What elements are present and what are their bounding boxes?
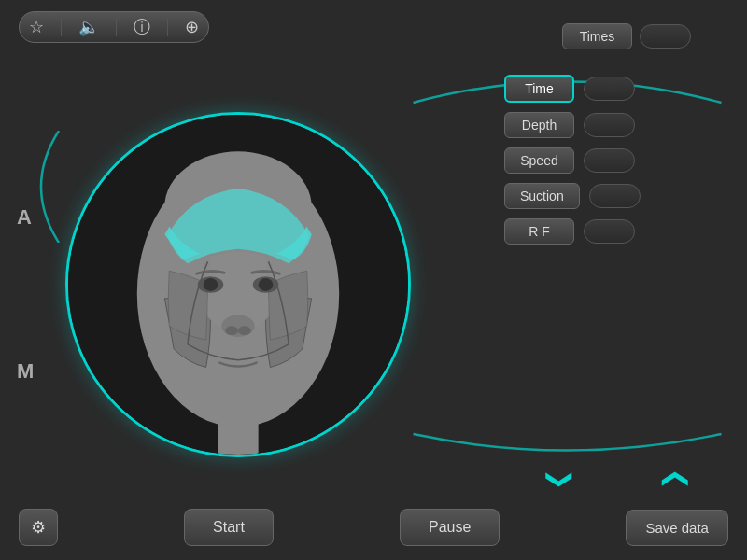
svg-point-5 (238, 326, 251, 335)
chevron-down-button[interactable]: ❯ (545, 469, 576, 490)
depth-button[interactable]: Depth (504, 112, 574, 138)
bottom-bar: ⚙ Start Pause Save data (0, 509, 747, 546)
param-row-depth: Depth (504, 112, 728, 138)
face-area (56, 75, 420, 495)
svg-point-3 (221, 315, 254, 337)
rf-slider[interactable] (584, 219, 635, 244)
save-data-button[interactable]: Save data (626, 510, 728, 546)
svg-point-7 (204, 278, 218, 291)
suction-button[interactable]: Suction (504, 183, 580, 209)
start-button[interactable]: Start (184, 509, 274, 546)
suction-slider[interactable] (589, 184, 641, 208)
svg-point-9 (259, 278, 274, 291)
add-icon[interactable]: ⊕ (185, 17, 199, 37)
toolbar-pill: ☆ 🔈 ⓘ ⊕ (19, 11, 209, 43)
times-button[interactable]: Times (562, 23, 632, 49)
gear-button[interactable]: ⚙ (19, 509, 58, 546)
times-slider[interactable] (640, 24, 691, 49)
pause-button[interactable]: Pause (400, 509, 500, 546)
chevron-up-button[interactable]: ❯ (657, 469, 688, 490)
divider2 (116, 18, 117, 36)
face-circle[interactable] (65, 112, 411, 457)
chevron-row: ❯ ❯ (504, 464, 728, 495)
right-panel: Time Depth Speed Suction R F (504, 75, 728, 245)
time-button[interactable]: Time (504, 75, 574, 103)
speed-button[interactable]: Speed (504, 147, 574, 174)
svg-rect-10 (218, 418, 258, 455)
label-a: A (17, 205, 32, 230)
volume-icon[interactable]: 🔈 (78, 17, 99, 37)
rf-button[interactable]: R F (504, 218, 574, 245)
speed-slider[interactable] (584, 148, 635, 173)
divider3 (167, 18, 168, 36)
top-toolbar: ☆ 🔈 ⓘ ⊕ (19, 11, 209, 43)
depth-slider[interactable] (584, 113, 635, 137)
svg-point-4 (225, 326, 238, 335)
label-m: M (17, 359, 34, 384)
time-slider[interactable] (584, 77, 635, 101)
param-row-rf: R F (504, 218, 728, 245)
bottom-arc-decoration (402, 429, 733, 457)
param-row-suction: Suction (504, 183, 728, 209)
times-section: Times (562, 23, 691, 49)
param-row-time: Time (504, 75, 728, 103)
info-icon[interactable]: ⓘ (134, 16, 150, 38)
divider1 (61, 18, 62, 36)
param-row-speed: Speed (504, 147, 728, 174)
star-icon[interactable]: ☆ (29, 17, 44, 37)
